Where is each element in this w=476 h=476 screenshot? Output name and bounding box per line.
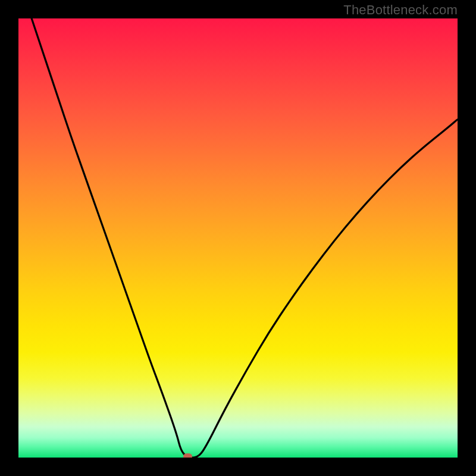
plot-area [18, 18, 458, 458]
chart-container: TheBottleneck.com [0, 0, 476, 476]
watermark-text: TheBottleneck.com [343, 2, 458, 18]
curve-layer [18, 18, 458, 458]
bottleneck-curve [32, 18, 458, 458]
minimum-marker [183, 453, 192, 458]
